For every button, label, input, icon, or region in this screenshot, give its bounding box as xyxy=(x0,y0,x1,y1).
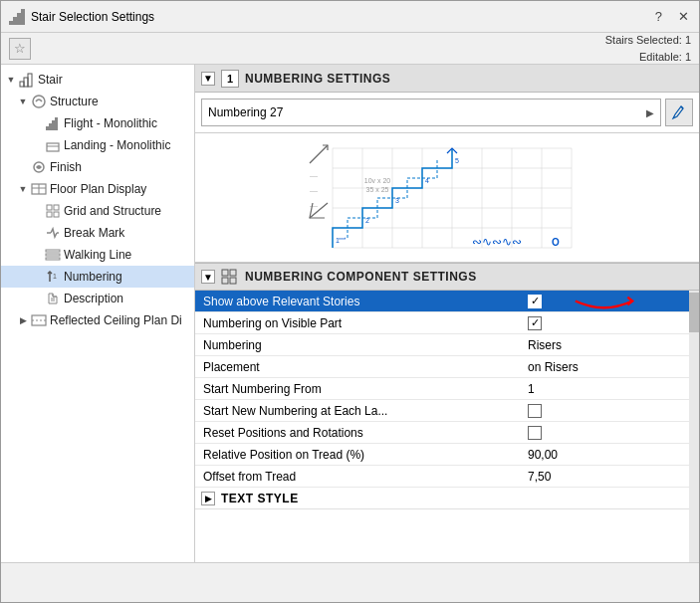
svg-rect-64 xyxy=(230,270,236,276)
checkbox-show-above-input[interactable] xyxy=(528,295,542,308)
stair-icon xyxy=(9,9,25,25)
sidebar-item-numbering-label: Numbering xyxy=(64,270,122,284)
svg-text:5: 5 xyxy=(455,157,459,164)
sidebar-item-finish[interactable]: ▶ Finish xyxy=(1,156,194,178)
scrollbar-thumb[interactable] xyxy=(689,293,699,332)
checkbox-start-new-input[interactable] xyxy=(528,404,542,418)
svg-rect-1 xyxy=(13,17,17,25)
prop-value-placement: on Risers xyxy=(520,358,699,376)
prop-row-reset-pos[interactable]: Reset Positions and Rotations xyxy=(195,422,699,444)
scrollbar[interactable] xyxy=(689,291,699,562)
favorite-button[interactable]: ☆ xyxy=(9,38,31,60)
svg-rect-21 xyxy=(54,212,59,217)
text-style-expand-btn[interactable]: ▶ xyxy=(201,492,215,505)
edit-icon xyxy=(671,104,687,120)
svg-text:∾∿∾∿∾: ∾∿∾∿∾ xyxy=(472,235,522,249)
sidebar-item-grid-structure[interactable]: ▶ Grid and Structure xyxy=(1,200,194,222)
sidebar-item-description[interactable]: ▶ Description xyxy=(1,288,194,309)
main-window: Stair Selection Settings ? ✕ ☆ Stairs Se… xyxy=(0,0,700,603)
prop-row-offset[interactable]: Offset from Tread 7,50 xyxy=(195,466,699,488)
prop-label-visible-part: Numbering on Visible Part xyxy=(195,314,520,332)
break-mark-icon xyxy=(45,225,61,241)
window-title: Stair Selection Settings xyxy=(31,10,154,24)
bottom-area xyxy=(1,562,699,602)
sidebar-item-reflected[interactable]: ▶ Reflected Ceiling Plan Di xyxy=(1,309,194,331)
sidebar-item-flight-mono-label: Flight - Monolithic xyxy=(64,116,157,130)
stair-preview: — — — xyxy=(195,133,699,263)
sidebar-item-walking-line[interactable]: ▶ Walking Line xyxy=(1,244,194,266)
no-arrow-walk: ▶ xyxy=(31,250,43,260)
properties-table: Show above Relevant Stories xyxy=(195,291,699,562)
checkbox-reset-pos-input[interactable] xyxy=(528,426,542,440)
svg-rect-63 xyxy=(222,270,228,276)
prop-row-placement[interactable]: Placement on Risers xyxy=(195,356,699,378)
numbering-icon: 1 xyxy=(45,269,61,285)
svg-rect-30 xyxy=(32,315,46,325)
prop-label-start-new: Start New Numbering at Each La... xyxy=(195,402,520,420)
svg-rect-26 xyxy=(46,258,60,260)
no-arrow-break: ▶ xyxy=(31,228,43,238)
dropdown-arrow-icon: ▶ xyxy=(646,107,654,118)
numbering-edit-btn[interactable] xyxy=(665,99,693,126)
svg-text:—: — xyxy=(310,186,318,195)
checkbox-show-above[interactable] xyxy=(520,293,699,310)
expand-arrow-reflected: ▶ xyxy=(17,315,29,325)
sidebar-item-stair[interactable]: ▼ Stair xyxy=(1,69,194,91)
collapse-numbering-btn[interactable]: ▼ xyxy=(201,72,215,86)
prop-row-show-above[interactable]: Show above Relevant Stories xyxy=(195,291,699,312)
no-arrow-finish: ▶ xyxy=(17,162,29,172)
svg-text:—: — xyxy=(310,171,318,180)
prop-row-visible-part[interactable]: Numbering on Visible Part xyxy=(195,312,699,334)
prop-row-start-new[interactable]: Start New Numbering at Each La... xyxy=(195,400,699,422)
sidebar-item-flight-mono[interactable]: ▶ Flight - Monolithic xyxy=(1,112,194,134)
svg-rect-12 xyxy=(47,143,59,151)
sidebar-item-break-mark[interactable]: ▶ Break Mark xyxy=(1,222,194,244)
stairs-selected-label: Stairs Selected: 1 xyxy=(605,32,691,49)
checkbox-start-new[interactable] xyxy=(520,402,699,420)
description-icon xyxy=(45,291,61,306)
numbering-top: Numbering 27 ▶ xyxy=(195,93,699,133)
section-num: 1 xyxy=(221,70,239,88)
collapse-component-btn[interactable]: ▼ xyxy=(201,270,215,284)
text-style-row[interactable]: ▶ TEXT STYLE xyxy=(195,488,699,509)
svg-rect-0 xyxy=(9,21,13,25)
svg-rect-4 xyxy=(20,82,24,87)
svg-text:2: 2 xyxy=(365,217,369,224)
prop-label-placement: Placement xyxy=(195,358,520,376)
prop-row-numbering[interactable]: Numbering Risers xyxy=(195,334,699,356)
sidebar-item-description-label: Description xyxy=(64,292,123,305)
expand-arrow-structure: ▼ xyxy=(17,97,29,106)
text-style-label: TEXT STYLE xyxy=(221,492,299,505)
close-button[interactable]: ✕ xyxy=(676,9,691,24)
prop-row-rel-pos[interactable]: Relative Position on Tread (%) 90,00 xyxy=(195,444,699,466)
prop-value-start-from: 1 xyxy=(520,380,699,398)
checkbox-visible-part-input[interactable] xyxy=(528,316,542,330)
sidebar-item-numbering[interactable]: ▶ 1 Numbering xyxy=(1,266,194,288)
expand-arrow-stair: ▼ xyxy=(5,75,17,85)
prop-label-numbering: Numbering xyxy=(195,336,520,354)
prop-label-show-above: Show above Relevant Stories xyxy=(195,293,520,310)
svg-text:O: O xyxy=(552,237,560,248)
svg-rect-10 xyxy=(52,120,55,130)
numbering-dropdown[interactable]: Numbering 27 ▶ xyxy=(201,99,661,126)
sidebar-item-finish-label: Finish xyxy=(50,160,82,174)
editable-label: Editable: 1 xyxy=(605,49,691,66)
checkbox-visible-part[interactable] xyxy=(520,314,699,332)
svg-rect-9 xyxy=(49,123,52,130)
sidebar-item-floor-plan[interactable]: ▼ Floor Plan Display xyxy=(1,178,194,200)
svg-text:3: 3 xyxy=(395,197,399,204)
sidebar-item-structure[interactable]: ▼ Structure xyxy=(1,91,194,112)
component-settings-header: ▼ NUMBERING COMPONENT SETTINGS xyxy=(195,263,699,291)
sidebar-item-grid-label: Grid and Structure xyxy=(64,204,161,218)
component-settings-icon xyxy=(221,269,237,285)
svg-text:1: 1 xyxy=(336,237,340,244)
sidebar-item-structure-label: Structure xyxy=(50,95,99,108)
star-icon: ☆ xyxy=(14,41,26,56)
prop-row-start-from[interactable]: Start Numbering From 1 xyxy=(195,378,699,400)
sidebar-item-landing-mono[interactable]: ▶ Landing - Monolithic xyxy=(1,134,194,156)
svg-rect-19 xyxy=(54,205,59,210)
svg-text:—: — xyxy=(310,201,318,210)
checkbox-reset-pos[interactable] xyxy=(520,424,699,442)
help-button[interactable]: ? xyxy=(653,9,664,24)
svg-rect-5 xyxy=(24,78,28,87)
